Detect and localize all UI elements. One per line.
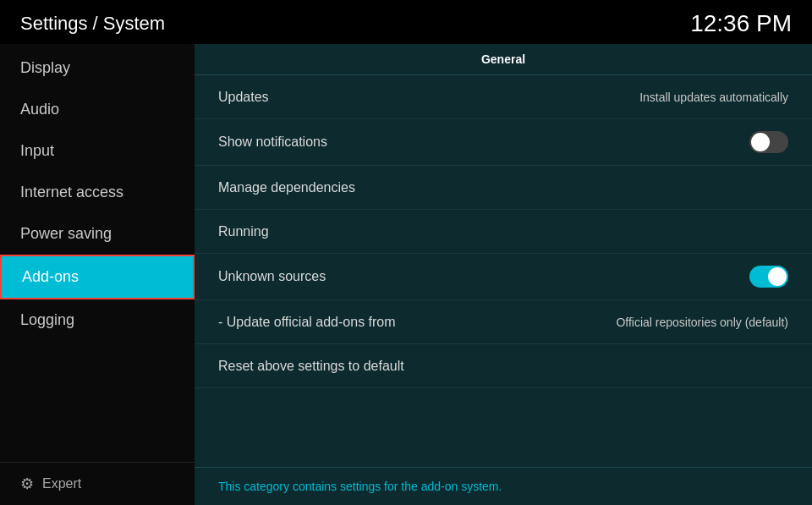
toggle-knob-show-notifications	[751, 133, 770, 151]
toggle-knob-unknown-sources	[768, 267, 787, 286]
settings-label-unknown-sources: Unknown sources	[218, 269, 326, 284]
settings-item-running[interactable]: Running	[195, 210, 812, 254]
sidebar-item-input[interactable]: Input	[0, 130, 195, 172]
clock: 12:36 PM	[690, 10, 792, 37]
settings-label-reset-settings: Reset above settings to default	[218, 359, 404, 374]
expert-label: Expert	[42, 476, 81, 491]
section-header: General	[195, 44, 812, 75]
settings-label-running: Running	[218, 224, 269, 239]
settings-item-show-notifications[interactable]: Show notifications	[195, 119, 812, 166]
content-footer: This category contains settings for the …	[195, 467, 812, 505]
toggle-show-notifications[interactable]	[749, 131, 788, 153]
settings-label-manage-dependencies: Manage dependencies	[218, 180, 355, 195]
settings-label-updates: Updates	[218, 90, 269, 105]
settings-item-update-official-addons[interactable]: - Update official add-ons fromOfficial r…	[195, 300, 812, 344]
settings-item-updates[interactable]: UpdatesInstall updates automatically	[195, 75, 812, 119]
settings-item-manage-dependencies[interactable]: Manage dependencies	[195, 166, 812, 210]
sidebar-item-audio[interactable]: Audio	[0, 89, 195, 130]
settings-value-update-official-addons: Official repositories only (default)	[616, 316, 788, 329]
sidebar-item-internet-access[interactable]: Internet access	[0, 172, 195, 213]
sidebar-item-add-ons[interactable]: Add-ons	[0, 255, 195, 299]
toggle-unknown-sources[interactable]	[749, 266, 788, 288]
sidebar-item-logging[interactable]: Logging	[0, 299, 195, 341]
settings-value-updates: Install updates automatically	[639, 91, 788, 104]
sidebar-item-display[interactable]: Display	[0, 47, 195, 89]
header: Settings / System 12:36 PM	[0, 0, 812, 44]
sidebar: DisplayAudioInputInternet accessPower sa…	[0, 44, 195, 505]
content-inner: General UpdatesInstall updates automatic…	[195, 44, 812, 467]
sidebar-nav: DisplayAudioInputInternet accessPower sa…	[0, 44, 195, 462]
gear-icon: ⚙	[20, 475, 34, 493]
page-title: Settings / System	[20, 13, 165, 35]
settings-item-reset-settings[interactable]: Reset above settings to default	[195, 344, 812, 388]
sidebar-footer[interactable]: ⚙ Expert	[0, 462, 195, 505]
main-layout: DisplayAudioInputInternet accessPower sa…	[0, 44, 812, 505]
settings-item-unknown-sources[interactable]: Unknown sources	[195, 254, 812, 300]
settings-list: UpdatesInstall updates automaticallyShow…	[195, 75, 812, 388]
settings-label-show-notifications: Show notifications	[218, 134, 327, 150]
sidebar-item-power-saving[interactable]: Power saving	[0, 213, 195, 255]
content-panel: General UpdatesInstall updates automatic…	[195, 44, 812, 505]
settings-label-update-official-addons: - Update official add-ons from	[218, 315, 396, 330]
